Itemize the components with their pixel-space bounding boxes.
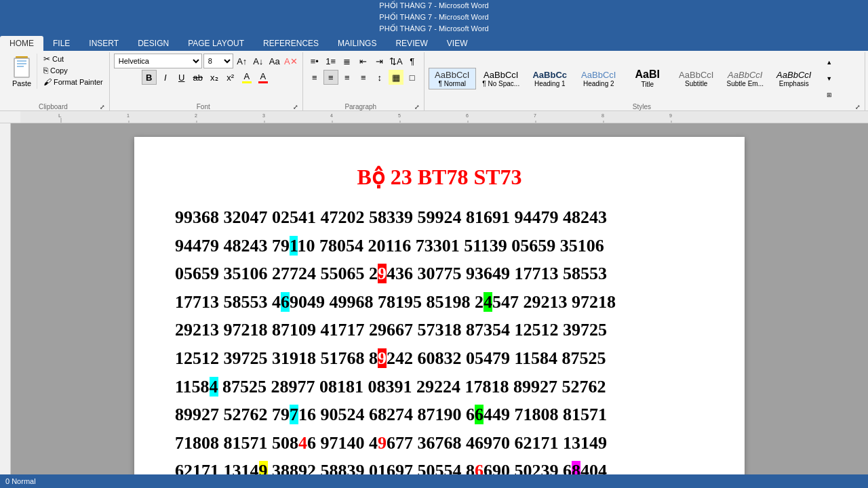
num-red-1: 4 bbox=[298, 433, 307, 453]
font-name-select[interactable]: Helvetica bbox=[114, 54, 202, 68]
highlight-cyan-4: 7 bbox=[290, 405, 298, 424]
line-9: 71808 81571 50846 97140 49677 36768 4697… bbox=[175, 429, 704, 458]
sort-button[interactable]: ⇅A bbox=[389, 54, 403, 68]
ruler-markings: L 1 2 3 4 5 6 7 8 9 bbox=[20, 111, 868, 123]
styles-expand[interactable]: ⊞ bbox=[822, 87, 837, 102]
strikethrough-button[interactable]: ab bbox=[191, 70, 205, 85]
bullets-button[interactable]: ≡• bbox=[307, 54, 322, 68]
style-subtitle-label: Subtitle bbox=[685, 80, 707, 87]
show-marks-button[interactable]: ¶ bbox=[405, 54, 420, 68]
paste-label: Paste bbox=[12, 79, 31, 87]
style-normal-preview: AaBbCcI bbox=[435, 70, 469, 80]
ribbon-tabs: HOME FILE INSERT DESIGN PAGE LAYOUT REFE… bbox=[0, 35, 868, 51]
svg-text:1: 1 bbox=[127, 113, 130, 118]
clipboard-group: Paste ✂ Cut ⎘ Copy 🖌 Format Painter bbox=[3, 52, 110, 110]
font-group-label: Font bbox=[114, 103, 293, 110]
clear-format-button[interactable]: A✕ bbox=[283, 54, 298, 68]
increase-indent-button[interactable]: ⇥ bbox=[372, 54, 387, 68]
tab-view[interactable]: VIEW bbox=[437, 36, 477, 51]
document-numbers: 99368 32047 02541 47202 58339 59924 8169… bbox=[175, 203, 704, 488]
svg-text:2: 2 bbox=[195, 113, 197, 118]
svg-text:6: 6 bbox=[466, 113, 469, 118]
style-subtitle[interactable]: AaBbCcI Subtitle bbox=[673, 68, 720, 89]
numbering-button[interactable]: 1≡ bbox=[323, 54, 338, 68]
svg-text:9: 9 bbox=[669, 113, 672, 118]
tab-review[interactable]: REVIEW bbox=[386, 36, 437, 51]
status-bar: 0 Normal bbox=[0, 474, 868, 488]
svg-text:5: 5 bbox=[398, 113, 401, 118]
font-color-button[interactable]: A bbox=[256, 70, 271, 85]
highlight-red-1: 9 bbox=[378, 264, 387, 283]
svg-text:8: 8 bbox=[601, 113, 604, 118]
styles-expand-btn[interactable]: ⤢ bbox=[855, 104, 861, 110]
tab-references[interactable]: REFERENCES bbox=[254, 36, 328, 51]
line-spacing-button[interactable]: ↕ bbox=[372, 70, 387, 85]
styles-group: AaBbCcI ¶ Normal AaBbCcI ¶ No Spac... Aa… bbox=[425, 52, 865, 110]
clipboard-expand[interactable]: ⤢ bbox=[100, 104, 105, 110]
change-case-button[interactable]: Aa bbox=[267, 54, 282, 68]
title-bar-2: PHỐI THÁNG 7 - Microsoft Word bbox=[0, 12, 868, 23]
scissors-icon: ✂ bbox=[43, 54, 50, 64]
highlight-cyan-1: 1 bbox=[290, 236, 298, 256]
font-group: Helvetica 8 A↑ A↓ Aa A✕ B I U ab x₂ x bbox=[110, 52, 303, 110]
style-heading2[interactable]: AaBbCcI Heading 2 bbox=[575, 68, 623, 89]
style-heading1-label: Heading 1 bbox=[534, 80, 566, 87]
style-title[interactable]: AaBI Title bbox=[624, 66, 671, 90]
style-normal[interactable]: AaBbCcI ¶ Normal bbox=[429, 68, 476, 89]
superscript-button[interactable]: x² bbox=[223, 70, 238, 85]
line-3: 05659 35106 27724 55065 29436 30775 9364… bbox=[175, 260, 704, 288]
text-highlight-button[interactable]: A bbox=[239, 70, 254, 85]
tab-mailings[interactable]: MAILINGS bbox=[328, 36, 386, 51]
svg-rect-3 bbox=[17, 60, 26, 62]
style-no-space[interactable]: AaBbCcI ¶ No Spac... bbox=[477, 68, 525, 89]
style-emphasis-preview: AaBbCcI bbox=[776, 70, 811, 80]
paragraph-expand[interactable]: ⤢ bbox=[414, 104, 420, 110]
style-heading1[interactable]: AaBbCc Heading 1 bbox=[526, 68, 574, 89]
font-size-select[interactable]: 8 bbox=[203, 54, 233, 68]
multilevel-button[interactable]: ≣ bbox=[340, 54, 355, 68]
cut-button[interactable]: ✂ Cut bbox=[41, 54, 105, 64]
highlight-green-2: 6 bbox=[475, 405, 484, 424]
clipboard-label: Clipboard bbox=[7, 103, 100, 110]
document-area: Bộ 23 BT78 ST73 99368 32047 02541 47202 … bbox=[0, 123, 868, 488]
style-subtitle-preview: AaBbCcI bbox=[679, 70, 713, 80]
subscript-button[interactable]: x₂ bbox=[207, 70, 222, 85]
paragraph-group-label: Paragraph bbox=[307, 103, 414, 110]
bold-button[interactable]: B bbox=[142, 70, 157, 85]
borders-button[interactable]: □ bbox=[405, 70, 420, 85]
style-emphasis-label: Emphasis bbox=[779, 80, 809, 87]
align-center-button[interactable]: ≡ bbox=[323, 70, 338, 85]
copy-button[interactable]: ⎘ Copy bbox=[41, 65, 105, 76]
copy-icon: ⎘ bbox=[43, 66, 48, 75]
justify-button[interactable]: ≡ bbox=[356, 70, 371, 85]
ribbon-content: Paste ✂ Cut ⎘ Copy 🖌 Format Painter bbox=[0, 51, 868, 110]
document-page: Bộ 23 BT78 ST73 99368 32047 02541 47202 … bbox=[134, 137, 745, 488]
styles-scroll-up[interactable]: ▲ bbox=[822, 55, 837, 70]
paste-button[interactable]: Paste bbox=[7, 54, 37, 89]
underline-button[interactable]: U bbox=[174, 70, 189, 85]
grow-font-button[interactable]: A↑ bbox=[235, 54, 250, 68]
svg-rect-4 bbox=[17, 63, 26, 64]
format-painter-label: Format Painter bbox=[54, 78, 103, 86]
style-normal-label: ¶ Normal bbox=[439, 80, 466, 87]
tab-home[interactable]: HOME bbox=[0, 36, 43, 51]
style-emphasis[interactable]: AaBbCcI Emphasis bbox=[770, 68, 818, 89]
ruler: L 1 2 3 4 5 6 7 8 9 bbox=[0, 111, 868, 123]
shading-button[interactable]: ▦ bbox=[389, 70, 403, 85]
styles-scroll-down[interactable]: ▼ bbox=[822, 71, 837, 86]
decrease-indent-button[interactable]: ⇤ bbox=[356, 54, 371, 68]
align-right-button[interactable]: ≡ bbox=[340, 70, 355, 85]
document-scroll[interactable]: Bộ 23 BT78 ST73 99368 32047 02541 47202 … bbox=[11, 123, 868, 488]
tab-page-layout[interactable]: PAGE LAYOUT bbox=[178, 36, 254, 51]
tab-insert[interactable]: INSERT bbox=[79, 36, 128, 51]
tab-design[interactable]: DESIGN bbox=[128, 36, 178, 51]
style-subtle-em[interactable]: AaBbCcI Subtle Em... bbox=[722, 68, 769, 89]
paste-icon bbox=[11, 55, 33, 79]
format-painter-button[interactable]: 🖌 Format Painter bbox=[41, 77, 105, 87]
font-expand[interactable]: ⤢ bbox=[293, 104, 298, 110]
tab-file[interactable]: FILE bbox=[43, 36, 79, 51]
align-left-button[interactable]: ≡ bbox=[307, 70, 322, 85]
shrink-font-button[interactable]: A↓ bbox=[251, 54, 266, 68]
style-heading1-preview: AaBbCc bbox=[532, 70, 567, 80]
italic-button[interactable]: I bbox=[158, 70, 173, 85]
